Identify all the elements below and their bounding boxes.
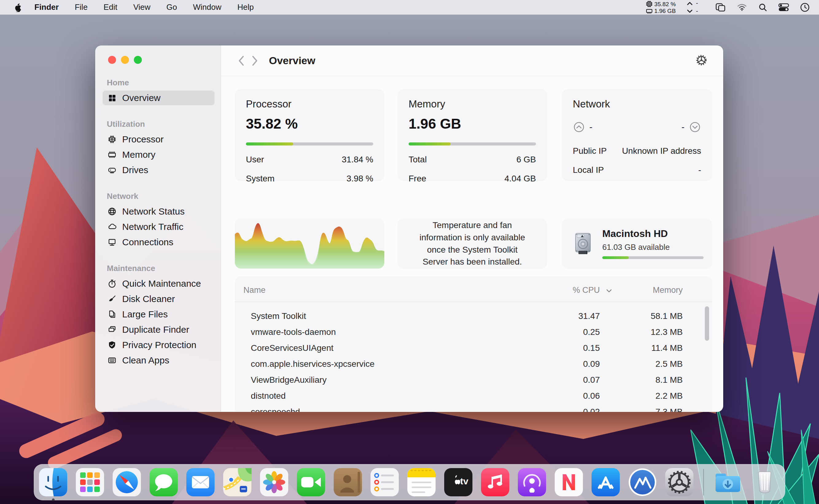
- dock-maps-icon[interactable]: [223, 467, 252, 497]
- sidebar-item-clean-apps[interactable]: Clean Apps: [103, 353, 215, 368]
- menu-view[interactable]: View: [125, 2, 158, 12]
- dock-safari-icon[interactable]: [112, 467, 142, 497]
- menu-help[interactable]: Help: [229, 2, 262, 12]
- sidebar-section-network: Network: [107, 192, 221, 201]
- screen-mirroring-icon[interactable]: [715, 3, 726, 12]
- sidebar-item-label: Duplicate Finder: [122, 324, 189, 335]
- dock-downloads-icon[interactable]: [713, 467, 743, 497]
- sidebar-item-drives[interactable]: Drives: [103, 163, 215, 177]
- dock-photos-icon[interactable]: [259, 467, 289, 497]
- sidebar-item-label: Large Files: [122, 309, 168, 320]
- system-value: 3.98 %: [347, 174, 373, 184]
- menu-window[interactable]: Window: [185, 2, 229, 12]
- clock-icon[interactable]: [800, 2, 810, 12]
- dock-news-icon[interactable]: [554, 467, 584, 497]
- apps-grid-icon: [107, 355, 117, 366]
- sidebar-item-connections[interactable]: Connections: [103, 235, 215, 250]
- sidebar-item-label: Network Traffic: [122, 222, 184, 232]
- memory-usage-value: 1.96 GB: [409, 115, 536, 132]
- table-row[interactable]: ViewBridgeAuxiliary0.078.1 MB: [235, 372, 712, 388]
- dock-tv-icon[interactable]: tv: [444, 467, 473, 497]
- sidebar-item-large-files[interactable]: Large Files: [103, 307, 215, 322]
- user-label: User: [246, 155, 264, 165]
- minimize-button[interactable]: [121, 56, 129, 64]
- table-row[interactable]: corespeechd0.027.3 MB: [235, 404, 712, 412]
- chevron-right-icon: [251, 55, 258, 66]
- column-memory[interactable]: Memory: [618, 285, 683, 295]
- dock-messages-icon[interactable]: [149, 467, 178, 497]
- brush-icon: [107, 294, 117, 304]
- sort-chevron-icon[interactable]: [600, 285, 618, 295]
- dock-reminders-icon[interactable]: [370, 467, 399, 497]
- forward-button[interactable]: [248, 52, 262, 69]
- globe-icon: [107, 206, 117, 217]
- sidebar-item-overview[interactable]: Overview: [103, 91, 215, 105]
- dock-mail-icon[interactable]: [186, 467, 215, 497]
- network-menu-extra[interactable]: - -: [687, 0, 698, 15]
- close-button[interactable]: [108, 56, 116, 64]
- cpu-area-chart: [235, 219, 384, 269]
- dock-app-store-icon[interactable]: [591, 467, 620, 497]
- table-row[interactable]: distnoted0.062.2 MB: [235, 388, 712, 404]
- dock-finder-icon[interactable]: [38, 467, 68, 497]
- memory-card: Memory 1.96 GB Total6 GB Free4.04 GB: [398, 89, 547, 181]
- sidebar-item-disk-cleaner[interactable]: Disk Cleaner: [103, 292, 215, 306]
- table-row[interactable]: com.apple.hiservices-xpcservice0.092.5 M…: [235, 356, 712, 372]
- free-label: Free: [409, 174, 426, 184]
- dock-trash-icon[interactable]: [750, 467, 779, 497]
- dock-notes-icon[interactable]: [407, 467, 436, 497]
- card-title: Memory: [409, 98, 536, 110]
- menubar-download-value: -: [696, 8, 698, 15]
- sidebar-section-utilization: Utilization: [107, 119, 221, 129]
- chevron-left-icon: [238, 55, 245, 66]
- settings-button[interactable]: [695, 54, 708, 68]
- system-toolkit-menu-extra[interactable]: 35.82 % 1.96 GB: [646, 1, 676, 14]
- dock-facetime-icon[interactable]: [296, 467, 326, 497]
- sidebar-item-processor[interactable]: Processor: [103, 132, 215, 147]
- sidebar-item-duplicate-finder[interactable]: Duplicate Finder: [103, 322, 215, 337]
- table-row[interactable]: vmware-tools-daemon0.2512.3 MB: [235, 324, 712, 340]
- menu-edit[interactable]: Edit: [95, 2, 125, 12]
- dock-contacts-icon[interactable]: [333, 467, 363, 497]
- menu-go[interactable]: Go: [158, 2, 185, 12]
- scrollbar-thumb[interactable]: [705, 306, 709, 341]
- sidebar-item-memory[interactable]: Memory: [103, 147, 215, 162]
- zoom-button[interactable]: [134, 56, 142, 64]
- cloud-icon: [107, 222, 117, 232]
- sidebar-item-privacy-protection[interactable]: Privacy Protection: [103, 338, 215, 352]
- local-ip-value: -: [698, 165, 701, 175]
- column-cpu-sort[interactable]: % CPU: [538, 285, 600, 295]
- dock-system-preferences-icon[interactable]: [665, 467, 694, 497]
- dock-music-icon[interactable]: [480, 467, 510, 497]
- copy-icon: [107, 324, 117, 335]
- sidebar-item-network-status[interactable]: Network Status: [103, 204, 215, 219]
- menu-finder[interactable]: Finder: [26, 2, 67, 12]
- sidebar-item-label: Privacy Protection: [122, 340, 196, 350]
- dock-podcasts-icon[interactable]: [517, 467, 547, 497]
- total-label: Total: [409, 155, 427, 165]
- wifi-icon[interactable]: [737, 3, 747, 11]
- processor-history-chart: [235, 219, 384, 269]
- upload-chevron-icon: [687, 1, 693, 6]
- back-button[interactable]: [235, 52, 248, 69]
- menubar-cpu-value: 35.82 %: [654, 1, 676, 7]
- menu-bar: Finder File Edit View Go Window Help 35.…: [0, 0, 819, 15]
- memory-icon: [646, 8, 653, 14]
- table-row[interactable]: CoreServicesUIAgent0.1511.4 MB: [235, 340, 712, 356]
- sidebar-item-quick-maintenance[interactable]: Quick Maintenance: [103, 276, 215, 291]
- table-row[interactable]: System Toolkit31.4758.1 MB: [235, 308, 712, 324]
- process-table-card: Name % CPU Memory System Toolkit31.4758.…: [235, 276, 712, 412]
- sidebar-item-network-traffic[interactable]: Network Traffic: [103, 219, 215, 234]
- network-card: Network - - Public IPUnknown IP address …: [562, 89, 712, 181]
- dock-system-toolkit-icon[interactable]: [628, 467, 657, 497]
- menu-file[interactable]: File: [67, 2, 95, 12]
- dock-launchpad-icon[interactable]: [75, 467, 105, 497]
- ram-icon: [107, 149, 117, 160]
- cpu-icon: [107, 134, 117, 145]
- sidebar-item-label: Network Status: [122, 206, 184, 217]
- spotlight-search-icon[interactable]: [758, 3, 767, 12]
- apple-logo-icon: [14, 3, 22, 12]
- cpu-chip-icon: [646, 1, 653, 7]
- apple-menu[interactable]: [9, 3, 26, 12]
- control-center-icon[interactable]: [778, 3, 789, 11]
